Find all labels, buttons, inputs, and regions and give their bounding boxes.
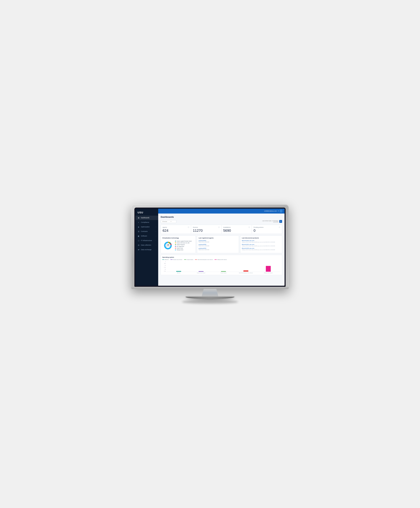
bar (176, 271, 181, 272)
dashboard-icon: ⊞ (138, 217, 140, 219)
product-desc: VMware ESX Server fifevmh1003.yuu.com on… (242, 249, 281, 251)
y-axis: 2.5k2k1.5k1k5000 (162, 261, 166, 273)
stat-card-devices: Devices ⓘ 11270 (191, 225, 221, 234)
chart-legend-item: Oracle Solaris (184, 259, 193, 260)
sidebar-item-compliance[interactable]: ✓ Compliance (136, 220, 158, 224)
dropdown-placeholder: Choose (162, 221, 167, 222)
chevron-right-icon: › (156, 245, 156, 246)
screen: USU ⊞ Dashboards ✓ Compliance ◈ Optimiz (136, 209, 284, 286)
sidebar-item-label: Data collection (141, 244, 151, 246)
chart-legend-item: IBM AIX (162, 259, 169, 260)
bar-group (235, 270, 256, 271)
sidebar-item-optimization[interactable]: ◈ Optimization › (136, 225, 158, 229)
stat-value: 11270 (193, 229, 219, 232)
chevron-right-icon: › (156, 240, 156, 241)
product-name[interactable]: fifevmh1002.usu.com (242, 240, 281, 241)
compliance-icon: ✓ (138, 221, 140, 223)
legend-item: VMware ESX (175, 249, 192, 251)
info-icon[interactable]: ⓘ (188, 226, 189, 228)
stat-card-installations: Installations ⓘ 5690 (222, 225, 252, 234)
stat-card-pending_actions: Pending actions ⓘ 0 (252, 225, 282, 234)
sidebar-item-label: Dashboards (141, 217, 149, 219)
sidebar-item-contracts[interactable]: ☰ Contracts › (136, 229, 158, 234)
x-axis-label: Oracle Solaris (213, 272, 234, 273)
product-desc: VMware ESX Server fifevmh1001.yuu.com on… (242, 245, 281, 247)
topbar: exhibition@usu.com ▾ e (158, 209, 284, 214)
agent-item: prodoss4033 2022-03-21 00:00:00 (199, 247, 237, 250)
app-logo: USU (136, 210, 158, 216)
chevron-right-icon: › (156, 226, 156, 228)
bar-group (258, 266, 279, 272)
legend-dot (175, 248, 176, 249)
donut-legend: Solaris Logical Domain-GuestOracle VM Se… (175, 240, 192, 251)
sidebar-item-dashboards[interactable]: ⊞ Dashboards (136, 216, 158, 220)
legend-line (162, 259, 164, 260)
virtualization-panel: Virtualization technology 11k 100.00% (161, 236, 196, 253)
legend-dot (175, 246, 176, 247)
agent-name[interactable]: prodoss4062 (199, 240, 237, 241)
stand-base (186, 297, 234, 299)
dashboard-dropdown[interactable]: Choose ▾ (161, 220, 176, 223)
sidebar-item-label: IT Infrastructure (141, 240, 152, 241)
avatar[interactable]: e (280, 210, 282, 212)
chart-legend-label: Red Hat Enterprise Linux Server (198, 259, 213, 260)
legend-label: Oracle VM Server for x86 (177, 242, 189, 244)
chart-legend: IBM AIXOracle Linux ServerOracle Solaris… (162, 259, 281, 260)
stand-neck (200, 289, 220, 297)
agent-name[interactable]: prodoss4008 (199, 244, 237, 245)
x-axis-label: Oracle Linux Server (191, 272, 212, 273)
toolbar: Choose ▾ Last refresh date: 27/04/2022 0… (161, 220, 282, 223)
sidebar: USU ⊞ Dashboards ✓ Compliance ◈ Optimiz (136, 209, 158, 286)
screen-bezel: USU ⊞ Dashboards ✓ Compliance ◈ Optimiz (134, 208, 286, 287)
legend-label: AIX Hypervisor (177, 246, 184, 247)
donut-container: 11k 100.00% Solaris Logical Domain-Guest… (162, 240, 194, 251)
monitor-bottom (131, 287, 289, 289)
chevron-down-icon: ▾ (278, 210, 279, 212)
bar-chart-area: IBM AIXOracle Linux ServerOracle Solaris… (167, 261, 281, 273)
bar (243, 270, 248, 271)
sidebar-item-data-exchange[interactable]: ⇄ Data exchange › (136, 247, 158, 252)
sidebar-item-label: Compliance (141, 221, 149, 223)
sidebar-item-label: Optimization (141, 226, 150, 228)
legend-item: Solaris Zone (175, 247, 192, 249)
page-title: Dashboards (161, 216, 282, 218)
stat-label: Pending actions (253, 226, 264, 228)
sidebar-item-it-infrastructure[interactable]: ⬡ IT Infrastructure › (136, 239, 158, 243)
product-name[interactable]: fifevmh1001.usu.com (242, 244, 281, 245)
info-icon[interactable]: ⓘ (279, 226, 280, 228)
products-panel-title: Last discovered products (242, 237, 281, 239)
sidebar-item-data-collection[interactable]: ⊟ Data collection › (136, 243, 158, 247)
bar (199, 271, 203, 271)
product-item: fifevmh1003.usu.com VMware ESX Server fi… (242, 247, 281, 251)
y-axis-label: 2.5k (162, 271, 166, 272)
legend-label: VMware ESX (177, 249, 183, 251)
agent-name[interactable]: prodoss4033 (199, 247, 237, 249)
legend-item: Solaris Logical Domain-Guest (175, 240, 192, 242)
y-axis-label: 1.5k (162, 267, 166, 268)
refresh-time: 02:21PM (262, 221, 278, 223)
legend-item: Oracle VM Server for x86 (175, 242, 192, 244)
chart-legend-item: Red Hat Enterprise Linux Server (195, 259, 213, 260)
chevron-right-icon: › (156, 235, 156, 237)
legend-dot (175, 241, 176, 242)
info-icon[interactable]: ⓘ (248, 226, 250, 228)
x-axis-label: Red Hat Enterprise Linux Server (235, 272, 256, 273)
product-item: fifevmh1001.usu.com VMware ESX Server fi… (242, 244, 281, 247)
product-name[interactable]: fifevmh1003.usu.com (242, 247, 281, 249)
refresh-button[interactable]: ↻ (279, 220, 282, 223)
chevron-right-icon: › (156, 231, 156, 232)
sidebar-item-label: Software (141, 235, 147, 237)
info-icon[interactable]: ⓘ (218, 226, 220, 228)
chart-legend-label: Oracle Linux Server (173, 259, 182, 260)
data-collection-icon: ⊟ (138, 244, 140, 246)
legend-line (170, 259, 173, 260)
product-desc: VMware ESX Server fifevmh1002.yuu.com on… (242, 241, 281, 243)
optimization-icon: ◈ (138, 226, 140, 228)
content-area: Dashboards Choose ▾ Last refresh date: 2… (158, 214, 284, 286)
agent-date: 2022-03-21 00:00:00 (199, 249, 237, 250)
stat-label: Devices (193, 226, 198, 228)
legend-label: Solaris Logical Domain-Guest (177, 240, 192, 242)
sidebar-item-software[interactable]: ◧ Software › (136, 234, 158, 238)
chart-legend-label: Oracle Solaris (187, 259, 193, 260)
product-item: fifevmh1002.usu.com VMware ESX Server fi… (242, 240, 281, 243)
